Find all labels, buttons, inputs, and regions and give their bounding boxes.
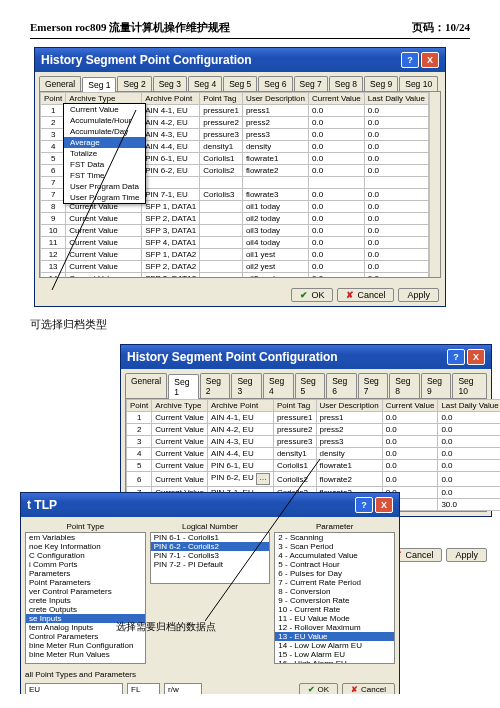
table-row[interactable]: 6Current ValuePIN 6-2, EU …Coriolis2flow… (127, 472, 501, 487)
list-item[interactable]: 10 - Current Rate (275, 605, 394, 614)
table-row[interactable]: 1Current ValueAIN 4-1, EUpressure1press1… (127, 412, 501, 424)
logical-number-list[interactable]: PIN 6-1 - Coriolis1PIN 6-2 - Coriolis2PI… (150, 532, 271, 584)
table-row[interactable]: 9Current ValueSFP 2, DATA1oil2 today0.00… (41, 213, 429, 225)
tab-seg-4[interactable]: Seg 4 (263, 373, 294, 398)
tab-general[interactable]: General (125, 373, 167, 398)
window-title: History Segment Point Configuration (127, 350, 338, 364)
tab-seg-8[interactable]: Seg 8 (389, 373, 420, 398)
tlp-col-point-type: Point Type (25, 521, 146, 532)
tab-seg-6[interactable]: Seg 6 (258, 76, 292, 91)
table-row[interactable]: 3Current ValueAIN 4-3, EUpressure3press3… (127, 436, 501, 448)
archive-type-dropdown[interactable]: Current ValueAccumulate/HourAccumulate/D… (63, 103, 146, 204)
tab-seg-3[interactable]: Seg 3 (231, 373, 262, 398)
tab-seg-1[interactable]: Seg 1 (82, 77, 116, 92)
list-item[interactable]: em Variables (26, 533, 145, 542)
table-row[interactable]: 14Current ValueSFP 3, DATA2oil3 yest0.00… (41, 273, 429, 279)
list-item[interactable]: bine Meter Run Configuration (26, 641, 145, 650)
tab-seg-6[interactable]: Seg 6 (326, 373, 357, 398)
ellipsis-button[interactable]: … (256, 473, 270, 485)
table-row[interactable]: 10Current ValueSFP 3, DATA1oil3 today0.0… (41, 225, 429, 237)
tlp-footer-field-1: EU (25, 683, 123, 694)
list-item[interactable]: 7 - Current Rate Period (275, 578, 394, 587)
list-item[interactable]: PIN 7-2 - PI Default (151, 560, 270, 569)
dropdown-option[interactable]: User Program Time (64, 192, 145, 203)
help-icon[interactable]: ? (355, 497, 373, 513)
list-item[interactable]: PIN 6-2 - Coriolis2 (151, 542, 270, 551)
tab-seg-8[interactable]: Seg 8 (329, 76, 363, 91)
cancel-button[interactable]: ✘Cancel (337, 288, 394, 302)
list-item[interactable]: 5 - Contract Hour (275, 560, 394, 569)
tab-seg-7[interactable]: Seg 7 (358, 373, 389, 398)
cancel-button[interactable]: ✘Cancel (342, 683, 395, 694)
tlp-window: t TLP ? X Point Type em Variablesnoe Key… (20, 492, 400, 694)
tab-seg-10[interactable]: Seg 10 (452, 373, 487, 398)
tab-seg-1[interactable]: Seg 1 (168, 374, 199, 399)
list-item[interactable]: crete Outputs (26, 605, 145, 614)
list-item[interactable]: 8 - Conversion (275, 587, 394, 596)
parameter-list[interactable]: 2 - Scanning3 - Scan Period4 - Accumulat… (274, 532, 395, 664)
point-type-list[interactable]: em Variablesnoe Key InformationC Configu… (25, 532, 146, 664)
dropdown-option[interactable]: Accumulate/Day (64, 126, 145, 137)
list-item[interactable]: 11 - EU Value Mode (275, 614, 394, 623)
annotation-select-point: 选择需要归档的数据点 (116, 620, 216, 634)
list-item[interactable]: 15 - Low Alarm EU (275, 650, 394, 659)
list-item[interactable]: 3 - Scan Period (275, 542, 394, 551)
table-row[interactable]: 2Current ValueAIN 4-2, EUpressure2press2… (127, 424, 501, 436)
tab-seg-3[interactable]: Seg 3 (153, 76, 187, 91)
list-item[interactable]: i Comm Ports (26, 560, 145, 569)
tab-seg-4[interactable]: Seg 4 (188, 76, 222, 91)
tab-seg-2[interactable]: Seg 2 (200, 373, 231, 398)
table-row[interactable]: 11Current ValueSFP 4, DATA1oil4 today0.0… (41, 237, 429, 249)
dropdown-option[interactable]: FST Time (64, 170, 145, 181)
help-icon[interactable]: ? (447, 349, 465, 365)
dropdown-option[interactable]: Average (64, 137, 145, 148)
dropdown-option[interactable]: FST Data (64, 159, 145, 170)
tab-general[interactable]: General (39, 76, 81, 91)
list-item[interactable]: PIN 7-1 - Coriolis3 (151, 551, 270, 560)
list-item[interactable]: bine Meter Run Values (26, 650, 145, 659)
tab-seg-5[interactable]: Seg 5 (295, 373, 326, 398)
annotation-archive-type: 可选择归档类型 (30, 317, 470, 332)
tab-seg-7[interactable]: Seg 7 (294, 76, 328, 91)
ok-button[interactable]: ✔OK (299, 683, 339, 694)
window-title: History Segment Point Configuration (41, 53, 252, 67)
list-item[interactable]: crete Inputs (26, 596, 145, 605)
close-icon[interactable]: X (375, 497, 393, 513)
tab-seg-9[interactable]: Seg 9 (421, 373, 452, 398)
list-item[interactable]: 6 - Pulses for Day (275, 569, 394, 578)
table-row[interactable]: 13Current ValueSFP 2, DATA2oil2 yest0.00… (41, 261, 429, 273)
list-item[interactable]: 16 - High Alarm EU (275, 659, 394, 664)
tab-seg-5[interactable]: Seg 5 (223, 76, 257, 91)
list-item[interactable]: Parameters (26, 569, 145, 578)
close-icon[interactable]: X (467, 349, 485, 365)
tab-seg-10[interactable]: Seg 10 (399, 76, 438, 91)
list-item[interactable]: 4 - Accumulated Value (275, 551, 394, 560)
list-item[interactable]: 13 - EU Value (275, 632, 394, 641)
list-item[interactable]: ver Control Parameters (26, 587, 145, 596)
list-item[interactable]: PIN 6-1 - Coriolis1 (151, 533, 270, 542)
dropdown-option[interactable]: Totalize (64, 148, 145, 159)
tlp-col-parameter: Parameter (274, 521, 395, 532)
table-row[interactable]: 12Current ValueSFP 1, DATA2oil1 yest0.00… (41, 249, 429, 261)
doc-title: Emerson roc809 流量计算机操作维护规程 (30, 20, 230, 35)
tab-seg-2[interactable]: Seg 2 (117, 76, 151, 91)
list-item[interactable]: Point Parameters (26, 578, 145, 587)
ok-button[interactable]: ✔OK (291, 288, 333, 302)
dropdown-option[interactable]: Current Value (64, 104, 145, 115)
table-row[interactable]: 4Current ValueAIN 4-4, EUdensity1density… (127, 448, 501, 460)
list-item[interactable]: C Configuration (26, 551, 145, 560)
help-icon[interactable]: ? (401, 52, 419, 68)
list-item[interactable]: 9 - Conversion Rate (275, 596, 394, 605)
list-item[interactable]: noe Key Information (26, 542, 145, 551)
list-item[interactable]: 12 - Rollover Maximum (275, 623, 394, 632)
list-item[interactable]: 2 - Scanning (275, 533, 394, 542)
dropdown-option[interactable]: User Program Data (64, 181, 145, 192)
tlp-footer-field-2: FL (127, 683, 160, 694)
apply-button[interactable]: Apply (446, 548, 487, 562)
dropdown-option[interactable]: Accumulate/Hour (64, 115, 145, 126)
list-item[interactable]: 14 - Low Low Alarm EU (275, 641, 394, 650)
close-icon[interactable]: X (421, 52, 439, 68)
tab-seg-9[interactable]: Seg 9 (364, 76, 398, 91)
table-row[interactable]: 5Current ValuePIN 6-1, EUCoriolis1flowra… (127, 460, 501, 472)
apply-button[interactable]: Apply (398, 288, 439, 302)
